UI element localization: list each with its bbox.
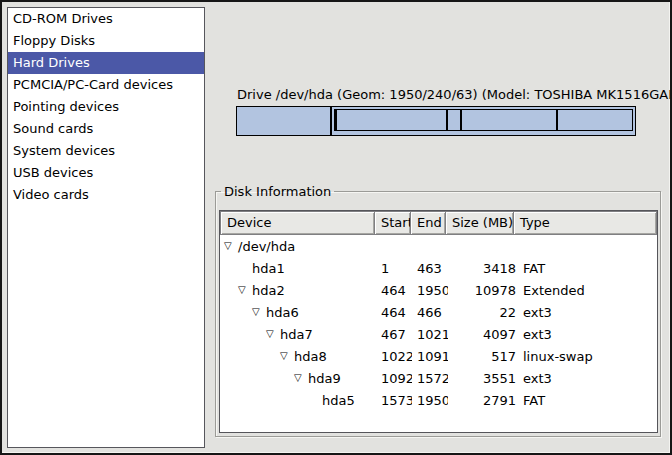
device-cell: hda1 xyxy=(220,261,375,276)
device-cell: ▽hda8 xyxy=(220,349,375,364)
start-cell: 1022 xyxy=(375,349,412,364)
device-cell: hda5 xyxy=(220,393,375,408)
sidebar-item-pcmcia-pc-card-devices[interactable]: PCMCIA/PC-Card devices xyxy=(8,74,204,96)
partition-segment-hda2-extended xyxy=(331,106,636,136)
start-cell: 464 xyxy=(375,283,412,298)
table-row-hda8[interactable]: ▽hda810221091517linux-swap xyxy=(220,345,657,367)
size-cell: 4097 xyxy=(448,327,517,342)
device-cell: ▽hda9 xyxy=(220,371,375,386)
device-cell: ▽hda6 xyxy=(220,305,375,320)
end-cell: 1021 xyxy=(412,327,448,342)
sidebar-item-system-devices[interactable]: System devices xyxy=(8,140,204,162)
partition-segment-hda9 xyxy=(461,109,557,131)
device-cell: ▽hda2 xyxy=(220,283,375,298)
end-cell: 1091 xyxy=(412,349,448,364)
table-row-hda2[interactable]: ▽hda2464195010978Extended xyxy=(220,279,657,301)
table-row-hda1[interactable]: hda114633418FAT xyxy=(220,257,657,279)
expander-icon[interactable]: ▽ xyxy=(294,371,308,385)
end-cell: 463 xyxy=(412,261,448,276)
device-cell: ▽/dev/hda xyxy=(220,239,375,254)
column-header-size[interactable]: Size (MB) xyxy=(445,211,514,235)
start-cell: 1573 xyxy=(375,393,412,408)
device-label: hda8 xyxy=(294,349,327,364)
drive-partition-bar xyxy=(236,106,636,136)
disk-information-label: Disk Information xyxy=(221,185,334,198)
expander-icon[interactable]: ▽ xyxy=(224,239,238,253)
device-label: hda6 xyxy=(266,305,299,320)
start-cell: 1092 xyxy=(375,371,412,386)
column-header-start[interactable]: Start xyxy=(374,211,411,235)
partition-segment-hda8 xyxy=(447,109,461,131)
device-label: /dev/hda xyxy=(238,239,295,254)
end-cell: 1950 xyxy=(412,393,448,408)
type-cell: FAT xyxy=(517,261,657,276)
sidebar-item-hard-drives[interactable]: Hard Drives xyxy=(8,52,204,74)
partition-segment-hda1 xyxy=(236,106,331,136)
column-header-end[interactable]: End xyxy=(410,211,446,235)
sidebar-item-usb-devices[interactable]: USB devices xyxy=(8,162,204,184)
sidebar-item-sound-cards[interactable]: Sound cards xyxy=(8,118,204,140)
size-cell: 2791 xyxy=(448,393,517,408)
hardware-browser-window: CD-ROM DrivesFloppy DisksHard DrivesPCMC… xyxy=(0,0,672,455)
type-cell: Extended xyxy=(517,283,657,298)
size-cell: 10978 xyxy=(448,283,517,298)
type-cell: ext3 xyxy=(517,327,657,342)
drive-title: Drive /dev/hda (Geom: 1950/240/63) (Mode… xyxy=(237,87,672,103)
start-cell: 464 xyxy=(375,305,412,320)
end-cell: 466 xyxy=(412,305,448,320)
expander-icon[interactable]: ▽ xyxy=(238,283,252,297)
partition-segment-hda7 xyxy=(336,109,447,131)
end-cell: 1950 xyxy=(412,283,448,298)
column-header-device[interactable]: Device xyxy=(220,211,375,235)
device-label: hda9 xyxy=(308,371,341,386)
type-cell: FAT xyxy=(517,393,657,408)
extended-partition-contents xyxy=(334,109,633,131)
device-label: hda7 xyxy=(280,327,313,342)
start-cell: 467 xyxy=(375,327,412,342)
sidebar-item-cd-rom-drives[interactable]: CD-ROM Drives xyxy=(8,8,204,30)
table-header-row: Device Start End Size (MB) Type xyxy=(220,211,657,235)
start-cell: 1 xyxy=(375,261,412,276)
device-category-list: CD-ROM DrivesFloppy DisksHard DrivesPCMC… xyxy=(7,7,205,448)
size-cell: 3418 xyxy=(448,261,517,276)
size-cell: 22 xyxy=(448,305,517,320)
type-cell: linux-swap xyxy=(517,349,657,364)
partition-segment-hda5 xyxy=(557,109,633,131)
expander-icon[interactable]: ▽ xyxy=(280,349,294,363)
device-label: hda1 xyxy=(252,261,285,276)
table-row-dev-hda[interactable]: ▽/dev/hda xyxy=(220,235,657,257)
size-cell: 517 xyxy=(448,349,517,364)
disk-information-table: Device Start End Size (MB) Type ▽/dev/hd… xyxy=(219,210,658,433)
table-row-hda7[interactable]: ▽hda746710214097ext3 xyxy=(220,323,657,345)
table-row-hda5[interactable]: hda5157319502791FAT xyxy=(220,389,657,411)
type-cell: ext3 xyxy=(517,371,657,386)
table-row-hda6[interactable]: ▽hda646446622ext3 xyxy=(220,301,657,323)
sidebar-item-floppy-disks[interactable]: Floppy Disks xyxy=(8,30,204,52)
table-body: ▽/dev/hdahda114633418FAT▽hda246419501097… xyxy=(220,235,657,411)
type-cell: ext3 xyxy=(517,305,657,320)
device-cell: ▽hda7 xyxy=(220,327,375,342)
table-row-hda9[interactable]: ▽hda9109215723551ext3 xyxy=(220,367,657,389)
column-header-type[interactable]: Type xyxy=(513,211,657,235)
size-cell: 3551 xyxy=(448,371,517,386)
device-label: hda5 xyxy=(322,393,355,408)
sidebar-item-video-cards[interactable]: Video cards xyxy=(8,184,204,206)
end-cell: 1572 xyxy=(412,371,448,386)
sidebar-item-pointing-devices[interactable]: Pointing devices xyxy=(8,96,204,118)
expander-icon[interactable]: ▽ xyxy=(252,305,266,319)
device-label: hda2 xyxy=(252,283,285,298)
expander-icon[interactable]: ▽ xyxy=(266,327,280,341)
